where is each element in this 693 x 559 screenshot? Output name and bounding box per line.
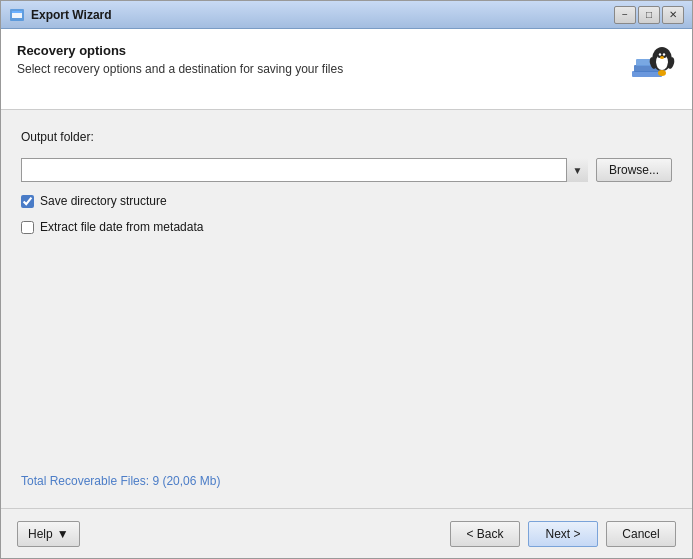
next-button[interactable]: Next > [528, 521, 598, 547]
close-button[interactable]: ✕ [662, 6, 684, 24]
extract-date-label[interactable]: Extract file date from metadata [40, 220, 203, 234]
footer-right: < Back Next > Cancel [450, 521, 676, 547]
back-button[interactable]: < Back [450, 521, 520, 547]
browse-button[interactable]: Browse... [596, 158, 672, 182]
folder-input-wrapper: ▼ [21, 158, 588, 182]
header-title: Recovery options [17, 43, 614, 58]
svg-point-10 [659, 53, 661, 55]
help-dropdown-arrow: ▼ [57, 527, 69, 541]
extract-date-checkbox[interactable] [21, 221, 34, 234]
output-folder-label: Output folder: [21, 130, 672, 144]
save-dir-row: Save directory structure [21, 194, 672, 208]
svg-point-13 [658, 70, 666, 76]
save-directory-label[interactable]: Save directory structure [40, 194, 167, 208]
header-text: Recovery options Select recovery options… [17, 43, 614, 76]
content-area: Recovery options Select recovery options… [1, 29, 692, 558]
footer-left: Help ▼ [17, 521, 450, 547]
minimize-button[interactable]: − [614, 6, 636, 24]
dropdown-arrow[interactable]: ▼ [566, 158, 588, 182]
wizard-header-icon [624, 43, 676, 95]
header-panel: Recovery options Select recovery options… [1, 29, 692, 110]
window-controls: − □ ✕ [614, 6, 684, 24]
maximize-button[interactable]: □ [638, 6, 660, 24]
export-wizard-window: Export Wizard − □ ✕ Recovery options Sel… [0, 0, 693, 559]
main-panel: Output folder: ▼ Browse... Save director… [1, 110, 692, 508]
svg-point-11 [663, 53, 665, 55]
cancel-button[interactable]: Cancel [606, 521, 676, 547]
window-title: Export Wizard [31, 8, 614, 22]
folder-row: ▼ Browse... [21, 158, 672, 182]
header-subtitle: Select recovery options and a destinatio… [17, 62, 614, 76]
svg-rect-2 [12, 11, 22, 13]
window-icon [9, 7, 25, 23]
title-bar: Export Wizard − □ ✕ [1, 1, 692, 29]
save-directory-checkbox[interactable] [21, 195, 34, 208]
extract-date-row: Extract file date from metadata [21, 220, 672, 234]
help-label: Help [28, 527, 53, 541]
svg-point-12 [660, 56, 664, 59]
total-files-text: Total Recoverable Files: 9 (20,06 Mb) [21, 474, 672, 488]
folder-input[interactable] [21, 158, 588, 182]
help-button[interactable]: Help ▼ [17, 521, 80, 547]
footer: Help ▼ < Back Next > Cancel [1, 508, 692, 558]
spacer [21, 244, 672, 464]
